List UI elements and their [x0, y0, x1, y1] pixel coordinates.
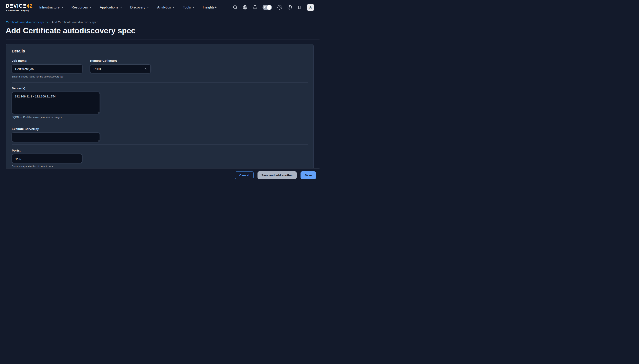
- breadcrumb-link-certificate-specs[interactable]: Certificate autodiscovery specs: [6, 20, 48, 24]
- page-title: Add Certificate autodiscovery spec: [6, 26, 314, 35]
- search-icon[interactable]: [233, 5, 237, 10]
- save-button[interactable]: Save: [300, 171, 316, 179]
- cancel-button[interactable]: Cancel: [235, 171, 254, 179]
- ports-label: Ports:: [12, 149, 308, 152]
- details-heading: Details: [12, 49, 308, 54]
- breadcrumb-separator: ›: [49, 20, 50, 24]
- chevron-down-icon: [145, 68, 148, 70]
- menu-item-insights[interactable]: Insights+: [203, 6, 217, 10]
- logo-letters: VIC: [14, 4, 23, 8]
- chevron-down-icon: [147, 6, 149, 8]
- breadcrumb-current: Add Certificate autodiscovery spec: [52, 20, 98, 24]
- ports-helper: Comma separated list of ports to scan: [12, 165, 308, 168]
- breadcrumb: Certificate autodiscovery specs › Add Ce…: [6, 20, 314, 24]
- chevron-down-icon: [192, 6, 195, 8]
- remote-collector-select[interactable]: RC01: [90, 64, 151, 73]
- nav-utility-icons: A: [233, 4, 314, 11]
- details-panel: Details Job name: Enter a unique name fo…: [6, 44, 314, 168]
- ports-field: Ports: Comma separated list of ports to …: [12, 149, 308, 168]
- logo-letter: D: [6, 4, 10, 8]
- field-divider: [12, 144, 308, 145]
- job-name-label: Job name:: [12, 59, 82, 62]
- chevron-down-icon: [90, 6, 92, 8]
- job-name-helper: Enter a unique name for the autodiscover…: [12, 75, 82, 78]
- form-action-bar: Cancel Save and add another Save: [0, 168, 320, 182]
- logo-letter-e-icon: [24, 4, 26, 8]
- servers-helper: FQDN or IP of the server(s) or cidr or r…: [12, 116, 308, 119]
- remote-collector-value: RC01: [94, 67, 101, 70]
- exclude-servers-field: Exclude Server(s):: [12, 127, 308, 142]
- logo-wordmark: DVIC42: [6, 4, 33, 8]
- job-name-field: Job name: Enter a unique name for the au…: [12, 59, 82, 78]
- exclude-servers-label: Exclude Server(s):: [12, 127, 308, 131]
- moon-icon: [263, 6, 267, 9]
- user-avatar[interactable]: A: [307, 4, 314, 11]
- exclude-servers-textarea[interactable]: [12, 132, 100, 142]
- save-and-add-another-button[interactable]: Save and add another: [257, 171, 297, 179]
- logo-tagline: A Freshworks Company: [6, 9, 33, 12]
- settings-gear-icon[interactable]: [277, 5, 282, 10]
- job-name-input[interactable]: [12, 64, 82, 73]
- menu-item-infrastructure[interactable]: Infrastructure: [39, 6, 63, 10]
- servers-textarea[interactable]: 192.168.11.1 - 192.168.11.254: [12, 92, 100, 114]
- servers-label: Server(s):: [12, 86, 308, 90]
- dark-mode-toggle[interactable]: [262, 5, 272, 10]
- main-menu: Infrastructure Resources Applications Di…: [39, 6, 217, 10]
- globe-language-icon[interactable]: [243, 5, 247, 10]
- notifications-bell-icon[interactable]: [253, 5, 257, 10]
- chevron-down-icon: [120, 6, 122, 8]
- remote-collector-label: Remote Collector:: [90, 59, 151, 62]
- chevron-down-icon: [61, 6, 63, 8]
- remote-collector-field: Remote Collector: RC01: [90, 59, 151, 78]
- field-divider: [12, 82, 308, 82]
- ports-input[interactable]: [12, 154, 82, 163]
- job-row: Job name: Enter a unique name for the au…: [12, 59, 308, 78]
- title-divider: [6, 40, 320, 40]
- bookmark-icon[interactable]: [297, 5, 301, 10]
- servers-field: Server(s): 192.168.11.1 - 192.168.11.254…: [12, 86, 308, 119]
- toggle-knob: [267, 5, 271, 10]
- menu-item-tools[interactable]: Tools: [183, 6, 195, 10]
- avatar-initial: A: [309, 5, 312, 10]
- logo-letter-e-icon: [10, 4, 13, 8]
- help-icon[interactable]: [287, 5, 292, 10]
- logo-accent-number: 42: [27, 4, 33, 8]
- menu-item-analytics[interactable]: Analytics: [157, 6, 175, 10]
- menu-item-resources[interactable]: Resources: [72, 6, 92, 10]
- top-navigation-bar: DVIC42 A Freshworks Company Infrastructu…: [0, 0, 320, 15]
- main-content: Certificate autodiscovery specs › Add Ce…: [0, 20, 320, 168]
- device42-logo[interactable]: DVIC42 A Freshworks Company: [6, 4, 33, 12]
- menu-item-applications[interactable]: Applications: [100, 6, 122, 10]
- menu-item-discovery[interactable]: Discovery: [130, 6, 149, 10]
- chevron-down-icon: [172, 6, 175, 8]
